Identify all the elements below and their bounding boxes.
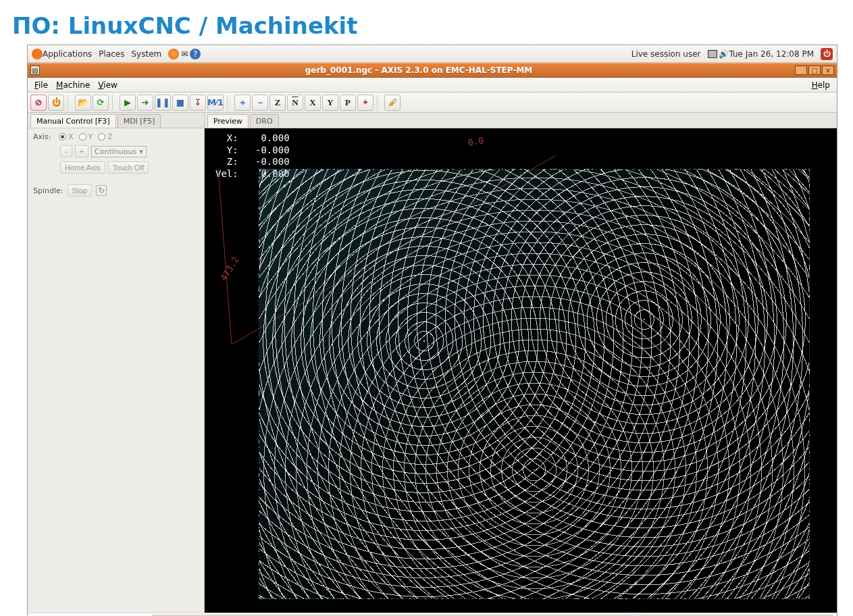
panel-menu-applications[interactable]: Applications (43, 49, 92, 59)
perspective-button[interactable]: ✦ (357, 95, 373, 111)
menu-machine[interactable]: Machine (52, 79, 94, 91)
gnome-top-panel: Applications Places System ✉ ? Live sess… (28, 45, 837, 63)
view-x-button[interactable]: X (305, 95, 321, 111)
feed-override-row: Feed Override: 100 % (28, 613, 837, 616)
pause-button[interactable]: ❚❚ (155, 95, 171, 111)
axis-radio-z[interactable]: Z (98, 132, 113, 141)
step-button[interactable]: ➔ (137, 95, 153, 111)
home-axis-button[interactable]: Home Axis (60, 161, 105, 174)
axis-label: Axis: (33, 132, 53, 141)
window-minimize-button[interactable]: _ (795, 66, 807, 75)
slide-title: ПО: LinuxCNC / Machinekit (0, 0, 853, 45)
jog-increment-select[interactable]: Continuous ▾ (91, 146, 147, 157)
touch-off-button[interactable]: Touch Off (108, 161, 149, 174)
menu-bar: File Machine View Help (28, 78, 837, 93)
toolbar: ⊘ ⏻ 📂 ⟳ ▶ ➔ ❚❚ ■ ↧ M⁄1 ＋ － Z N X Y P ✦ 🖌 (28, 93, 837, 113)
tab-manual-control[interactable]: Manual Control [F3] (30, 114, 116, 128)
right-tabs: Preview DRO (205, 113, 837, 128)
axis-window: ▧ gerb_0001.ngc - AXIS 2.3.0 on EMC-HAL-… (28, 63, 837, 616)
zoom-out-button[interactable]: － (252, 95, 268, 111)
tab-dro[interactable]: DRO (250, 114, 279, 128)
view-z-button[interactable]: Z (269, 95, 286, 111)
jog-plus-button[interactable]: + (75, 145, 88, 157)
skip-lines-button[interactable]: ↧ (190, 95, 206, 111)
panel-user[interactable]: Live session user (631, 49, 701, 59)
view-y-button[interactable]: Y (322, 95, 338, 111)
toolpath-art (259, 169, 810, 599)
help-icon[interactable]: ? (190, 49, 201, 59)
estop-button[interactable]: ⊘ (30, 95, 47, 111)
view-n-button[interactable]: N (287, 95, 303, 111)
window-close-button[interactable]: × (822, 66, 834, 75)
spindle-stop-button[interactable]: Stop (68, 184, 93, 197)
jog-increment-value: Continuous (95, 147, 136, 156)
optional-stop-button[interactable]: M⁄1 (207, 95, 224, 111)
panel-clock[interactable]: Tue Jan 26, 12:08 PM (729, 49, 814, 59)
firefox-icon[interactable] (168, 49, 179, 59)
tab-preview[interactable]: Preview (207, 114, 249, 128)
menu-help[interactable]: Help (808, 79, 834, 91)
window-title: gerb_0001.ngc - AXIS 2.3.0 on EMC-HAL-ST… (43, 66, 795, 75)
open-file-button[interactable]: 📂 (75, 95, 91, 111)
svg-line-1 (218, 169, 232, 344)
reload-button[interactable]: ⟳ (93, 95, 109, 111)
mail-icon[interactable]: ✉ (179, 49, 190, 59)
preview-viewport[interactable]: X: 0.000 Y: -0.000 Z: -0.000 Vel: 0.000 … (205, 128, 837, 613)
menu-view[interactable]: View (94, 79, 121, 91)
power-icon[interactable]: ⏻ (821, 48, 833, 60)
zoom-in-button[interactable]: ＋ (234, 95, 251, 111)
spindle-direction-icon[interactable]: ↻ (96, 185, 107, 196)
spindle-label: Spindle: (33, 186, 63, 195)
left-pane: Manual Control [F3] MDI [F5] Axis: X Y Z… (28, 113, 205, 613)
menu-file[interactable]: File (30, 79, 52, 91)
chevron-down-icon: ▾ (139, 147, 143, 156)
window-title-bar: ▧ gerb_0001.ngc - AXIS 2.3.0 on EMC-HAL-… (28, 63, 837, 78)
panel-menu-places[interactable]: Places (99, 49, 124, 59)
sound-icon[interactable]: 🔊 (718, 49, 729, 59)
left-tabs: Manual Control [F3] MDI [F5] (28, 113, 204, 128)
window-menu-icon[interactable]: ▧ (30, 66, 40, 75)
jog-minus-button[interactable]: - (60, 145, 72, 157)
stop-button[interactable]: ■ (172, 95, 188, 111)
screenshot-frame: Applications Places System ✉ ? Live sess… (27, 45, 837, 616)
view-p-button[interactable]: P (340, 95, 356, 111)
ubuntu-logo-icon (32, 49, 43, 59)
manual-control-panel: Axis: X Y Z - + Continuous ▾ H (28, 128, 204, 201)
power-button[interactable]: ⏻ (48, 95, 64, 111)
window-maximize-button[interactable]: □ (808, 66, 821, 75)
right-pane: Preview DRO X: 0.000 Y: -0.000 Z: -0.000… (205, 113, 837, 613)
axis-radio-y[interactable]: Y (79, 132, 93, 141)
monitor-icon[interactable] (707, 49, 718, 59)
axis-radio-x[interactable]: X (59, 132, 74, 141)
panel-menu-system[interactable]: System (131, 49, 161, 59)
clear-plot-button[interactable]: 🖌 (384, 95, 400, 111)
tab-mdi[interactable]: MDI [F5] (118, 114, 161, 128)
run-button[interactable]: ▶ (120, 95, 136, 111)
